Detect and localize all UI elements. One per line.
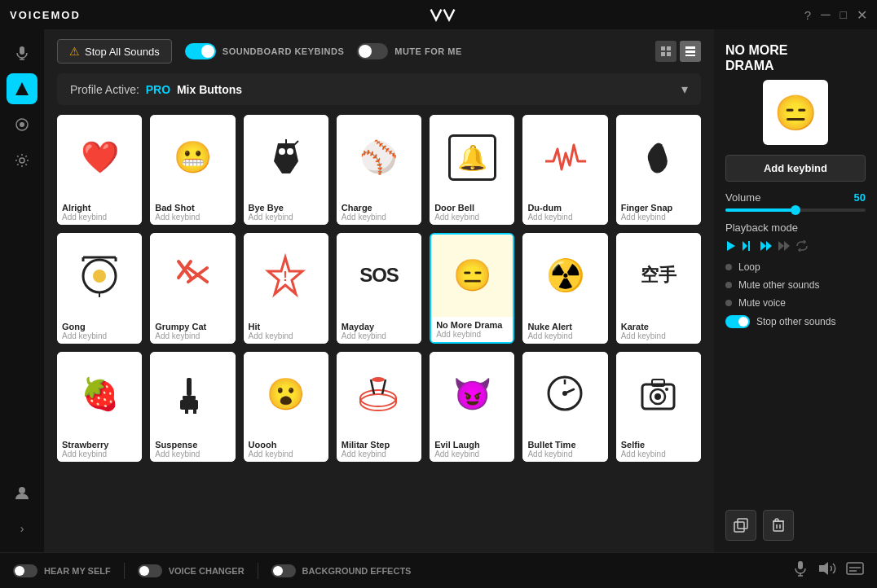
profile-name: Mix Buttons <box>177 83 242 96</box>
sound-card-selfie[interactable]: Selfie Add keybind <box>616 352 701 462</box>
sound-card-nuke-alert[interactable]: ☢️ Nuke Alert Add keybind <box>522 233 607 343</box>
sound-card-finger-snap[interactable]: Finger Snap Add keybind <box>616 115 701 225</box>
profile-bar[interactable]: Profile Active: PRO Mix Buttons ▾ <box>57 73 701 105</box>
fast-forward-btn[interactable] <box>778 240 791 252</box>
hear-myself-toggle[interactable] <box>13 564 37 577</box>
stop-other-toggle[interactable] <box>725 315 750 328</box>
list-view-button[interactable] <box>680 41 701 62</box>
svg-point-51 <box>665 388 668 391</box>
mute-for-me-toggle[interactable] <box>357 43 388 59</box>
profile-bar-text: Profile Active: PRO Mix Buttons <box>70 83 242 96</box>
close-btn[interactable]: ✕ <box>857 7 867 23</box>
svg-line-18 <box>294 141 298 145</box>
sound-card-alright[interactable]: ❤️ Alright Add keybind <box>57 115 142 225</box>
svg-rect-59 <box>734 522 744 532</box>
sound-card-karate[interactable]: 空手 Karate Add keybind <box>616 233 701 343</box>
sound-card-gong[interactable]: Gong Add keybind <box>57 233 142 343</box>
sound-card-bad-shot[interactable]: 😬 Bad Shot Add keybind <box>150 115 235 225</box>
sound-card-suspense[interactable]: Suspense Add keybind <box>150 352 235 462</box>
sound-card-hit[interactable]: ! Hit Add keybind <box>244 233 328 343</box>
svg-rect-34 <box>185 410 188 414</box>
nav-user[interactable] <box>7 477 37 508</box>
volume-bottom-icon[interactable] <box>818 561 836 580</box>
play-btn[interactable] <box>725 240 737 252</box>
sound-card-du-dum[interactable]: Du-dum Add keybind <box>522 115 607 225</box>
sounds-grid-container: ❤️ Alright Add keybind 😬 Bad Shot Add ke… <box>57 115 701 462</box>
sound-card-no-more-drama[interactable]: 😑 No More Drama Add keybind <box>430 233 514 343</box>
stop-all-button[interactable]: ⚠ Stop All Sounds <box>57 39 172 64</box>
sound-card-militar-step[interactable]: Militar Step Add keybind <box>337 352 421 462</box>
svg-marker-58 <box>784 241 790 251</box>
help-icon[interactable]: ? <box>804 8 811 22</box>
svg-point-15 <box>279 148 285 155</box>
sound-card-grumpy-cat[interactable]: Grumpy Cat Add keybind <box>150 233 235 343</box>
sound-info-bad-shot: Bad Shot Add keybind <box>150 200 235 225</box>
sound-info-karate: Karate Add keybind <box>616 318 701 344</box>
copy-sound-button[interactable] <box>725 510 756 541</box>
nav-mic[interactable] <box>7 37 37 68</box>
sound-card-mayday[interactable]: SOS Mayday Add keybind <box>337 233 421 343</box>
svg-rect-9 <box>667 46 671 50</box>
add-keybind-button[interactable]: Add keybind <box>725 155 866 182</box>
play-pause-btn[interactable] <box>742 240 755 252</box>
sound-card-strawberry[interactable]: 🍓 Strawberry Add keybind <box>57 352 142 462</box>
caption-bottom-icon[interactable] <box>846 561 864 580</box>
svg-rect-11 <box>667 52 671 56</box>
nav-settings[interactable] <box>7 145 37 176</box>
sound-card-uoooh[interactable]: 😮 Uoooh Add keybind <box>244 352 328 462</box>
app-title: VOICEMOD <box>10 9 81 21</box>
background-effects-toggle[interactable] <box>271 564 296 577</box>
divider-2 <box>258 563 258 579</box>
sound-card-bullet-time[interactable]: Bullet Time Add keybind <box>522 352 607 462</box>
svg-rect-13 <box>685 50 695 53</box>
minimize-btn[interactable]: ─ <box>821 7 830 22</box>
volume-value: 50 <box>854 191 866 204</box>
bottom-icons <box>792 560 864 581</box>
voice-changer-toggle[interactable] <box>138 564 162 577</box>
maximize-btn[interactable]: □ <box>840 8 847 21</box>
sound-icon-no-more-drama: 😑 <box>431 235 513 316</box>
sound-info-no-more-drama: No More Drama Add keybind <box>431 317 513 342</box>
svg-point-37 <box>360 390 396 406</box>
soundboard-keybinds-toggle[interactable] <box>185 43 216 59</box>
svg-point-36 <box>360 394 396 410</box>
sound-info-gong: Gong Add keybind <box>57 318 142 344</box>
option-dot-mute-other <box>725 282 732 288</box>
svg-marker-67 <box>819 562 828 575</box>
delete-sound-button[interactable] <box>763 510 794 541</box>
hear-myself-group: HEAR MY SELF <box>13 564 111 577</box>
svg-rect-14 <box>685 55 695 56</box>
nav-effects[interactable] <box>7 109 37 140</box>
sound-card-evil-laugh[interactable]: 😈 Evil Laugh Add keybind <box>430 352 514 462</box>
svg-text:!: ! <box>284 270 288 283</box>
sound-info-finger-snap: Finger Snap Add keybind <box>616 200 701 225</box>
background-effects-group: BACKGROUND EFFECTS <box>271 564 412 577</box>
sound-info-charge: Charge Add keybind <box>337 200 421 225</box>
sound-info-strawberry: Strawberry Add keybind <box>57 437 142 462</box>
mic-bottom-icon[interactable] <box>792 560 809 581</box>
sound-card-door-bell[interactable]: 🔔 Door Bell Add keybind <box>430 115 514 225</box>
bottom-bar: HEAR MY SELF VOICE CHANGER BACKGROUND EF… <box>0 552 877 588</box>
nav-expand-btn[interactable]: › <box>7 513 37 544</box>
play-next-btn[interactable] <box>760 240 773 252</box>
option-label-loop: Loop <box>738 261 760 273</box>
option-label-stop-other: Stop other sounds <box>756 316 835 327</box>
main-layout: › ⚠ Stop All Sounds SOUNDBOARD KEYBINDS … <box>0 29 877 552</box>
volume-label: Volume <box>725 191 760 204</box>
sound-card-bye-bye[interactable]: Bye Bye Add keybind <box>244 115 328 225</box>
volume-slider[interactable] <box>725 208 866 212</box>
sound-card-charge[interactable]: ⚾ Charge Add keybind <box>337 115 421 225</box>
svg-marker-52 <box>727 241 735 251</box>
option-dot-loop <box>725 264 732 270</box>
nav-soundboard[interactable] <box>7 73 37 104</box>
sound-info-bye-bye: Bye Bye Add keybind <box>244 200 328 225</box>
grid-view-button[interactable] <box>655 41 676 62</box>
sound-icon-selfie <box>616 352 701 437</box>
titlebar: VOICEMOD ? ─ □ ✕ <box>0 0 877 29</box>
option-mute-other: Mute other sounds <box>725 279 866 291</box>
option-loop: Loop <box>725 261 866 273</box>
sound-icon-grumpy-cat <box>150 233 235 318</box>
loop-btn[interactable] <box>795 240 809 252</box>
playback-controls <box>725 240 866 252</box>
sound-icon-bullet-time <box>522 352 607 437</box>
